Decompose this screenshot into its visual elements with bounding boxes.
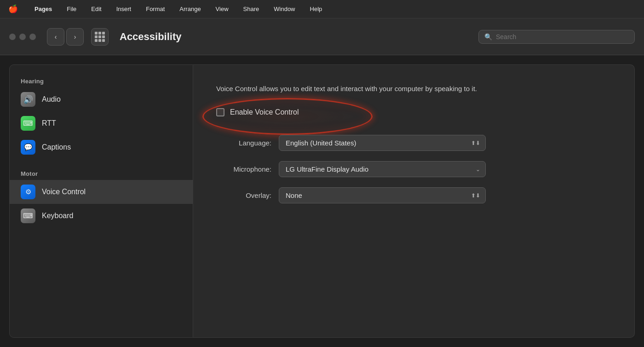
enable-voice-control-checkbox[interactable] (216, 108, 224, 116)
apple-menu[interactable]: 🍎 (6, 3, 21, 15)
menu-format[interactable]: Format (143, 4, 167, 14)
grid-view-button[interactable] (91, 28, 109, 46)
back-button[interactable]: ‹ (47, 28, 64, 46)
microphone-select-wrapper: LG UltraFine Display Audio Built-in Micr… (279, 161, 486, 177)
sidebar-item-keyboard[interactable]: ⌨ Keyboard (10, 204, 193, 228)
toolbar: ‹ › Accessibility 🔍 (0, 18, 644, 55)
traffic-lights (9, 34, 36, 40)
menu-insert[interactable]: Insert (114, 4, 134, 14)
language-select-wrapper: English (United States) English (Austral… (279, 135, 486, 151)
enable-voice-control-label: Enable Voice Control (230, 108, 299, 116)
search-box: 🔍 (478, 30, 635, 44)
menu-edit[interactable]: Edit (88, 4, 104, 14)
microphone-select[interactable]: LG UltraFine Display Audio Built-in Micr… (279, 161, 486, 177)
sidebar-item-rtt[interactable]: ⌨ RTT (10, 111, 193, 135)
sidebar-section-hearing: Hearing (10, 74, 193, 87)
main-content: Hearing 🔊 Audio ⌨ RTT 💬 Captions Motor ⚙… (0, 55, 644, 347)
microphone-row: Microphone: LG UltraFine Display Audio B… (216, 161, 611, 177)
enable-row: Enable Voice Control (216, 108, 611, 116)
rtt-icon: ⌨ (21, 116, 35, 131)
captions-icon: 💬 (21, 140, 35, 155)
annotation-circle (202, 98, 373, 135)
forward-button[interactable]: › (66, 28, 84, 46)
menu-file[interactable]: File (64, 4, 79, 14)
search-input[interactable] (496, 33, 629, 40)
menu-window[interactable]: Window (271, 4, 298, 14)
close-button[interactable] (9, 34, 16, 40)
microphone-label: Microphone: (216, 165, 271, 173)
sidebar-label-keyboard: Keyboard (42, 212, 74, 220)
nav-buttons: ‹ › (47, 28, 84, 46)
search-icon: 🔍 (484, 33, 492, 40)
overlay-select-wrapper: None Item Numbers Item Names Grid ⬆⬇ (279, 187, 486, 203)
sidebar-label-voicecontrol: Voice Control (42, 188, 86, 196)
sidebar-section-motor: Motor (10, 167, 193, 180)
overlay-select[interactable]: None Item Numbers Item Names Grid (279, 187, 486, 203)
sidebar-label-audio: Audio (42, 95, 61, 104)
menu-pages[interactable]: Pages (32, 4, 55, 14)
chevron-left-icon: ‹ (55, 33, 57, 40)
maximize-button[interactable] (29, 34, 36, 40)
overlay-label: Overlay: (216, 191, 271, 199)
menu-view[interactable]: View (213, 4, 231, 14)
language-row: Language: English (United States) Englis… (216, 135, 611, 151)
chevron-right-icon: › (74, 33, 76, 40)
menu-arrange[interactable]: Arrange (177, 4, 203, 14)
language-select[interactable]: English (United States) English (Austral… (279, 135, 486, 151)
menu-help[interactable]: Help (307, 4, 325, 14)
minimize-button[interactable] (19, 34, 26, 40)
sidebar-label-captions: Captions (42, 143, 71, 151)
audio-icon: 🔊 (21, 92, 35, 107)
language-label: Language: (216, 139, 271, 147)
overlay-row: Overlay: None Item Numbers Item Names Gr… (216, 187, 611, 203)
menubar: 🍎 Pages File Edit Insert Format Arrange … (0, 0, 644, 18)
sidebar-label-rtt: RTT (42, 119, 56, 127)
detail-panel: Voice Control allows you to edit text an… (193, 64, 635, 338)
grid-icon (95, 32, 105, 42)
sidebar-item-voicecontrol[interactable]: ⚙ Voice Control (10, 180, 193, 204)
keyboard-icon: ⌨ (21, 208, 35, 223)
menu-share[interactable]: Share (241, 4, 262, 14)
page-title: Accessibility (120, 31, 471, 43)
sidebar-item-audio[interactable]: 🔊 Audio (10, 87, 193, 111)
voice-control-description: Voice Control allows you to edit text an… (216, 83, 538, 94)
voicecontrol-icon: ⚙ (21, 185, 35, 199)
sidebar-item-captions[interactable]: 💬 Captions (10, 135, 193, 159)
sidebar: Hearing 🔊 Audio ⌨ RTT 💬 Captions Motor ⚙… (9, 64, 193, 338)
